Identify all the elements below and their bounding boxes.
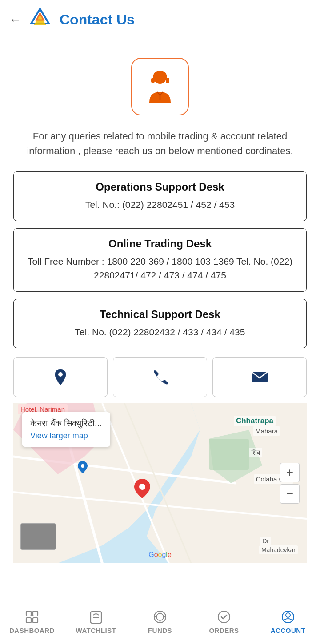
map-label-mahadevkar: Mahadevkar [259, 545, 298, 554]
svg-rect-5 [166, 78, 169, 83]
map-container[interactable]: केनरा बैंक सिक्युरिटी... View larger map… [13, 403, 307, 563]
map-label-dr: Dr [260, 537, 271, 545]
technical-support-title: Technical Support Desk [24, 308, 296, 321]
support-icon-wrap [13, 58, 307, 115]
funds-label: FUNDS [148, 627, 172, 634]
location-button[interactable] [13, 357, 108, 397]
watchlist-icon [89, 610, 103, 624]
account-label: ACCOUNT [271, 627, 306, 634]
map-label-chhatrapa: Chhatrapa [234, 416, 276, 426]
svg-rect-23 [33, 611, 38, 616]
nav-item-dashboard[interactable]: DASHBOARD [0, 600, 64, 644]
svg-point-30 [156, 613, 164, 620]
bottom-nav: DASHBOARD WATCHLIST FUNDS ORDERS [0, 600, 320, 644]
svg-rect-19 [209, 439, 249, 470]
operations-support-title: Operations Support Desk [24, 181, 296, 193]
map-popup-title: केनरा बैंक सिक्युरिटी... [30, 418, 102, 429]
map-label-shiv: शिव [249, 448, 262, 457]
google-watermark: Google [148, 551, 172, 559]
technical-support-info: Tel. No. (022) 22802432 / 433 / 434 / 43… [24, 325, 296, 339]
account-icon [281, 610, 295, 624]
map-zoom-in-button[interactable]: + [280, 463, 300, 482]
description-text: For any queries related to mobile tradin… [13, 129, 307, 158]
dashboard-icon [25, 610, 39, 624]
technical-support-card: Technical Support Desk Tel. No. (022) 22… [13, 299, 307, 349]
svg-rect-24 [26, 618, 31, 623]
map-zoom-controls: + − [280, 463, 300, 504]
location-pin-icon [51, 367, 70, 387]
call-button[interactable] [113, 357, 207, 397]
map-label-mahara: Mahara [253, 426, 280, 436]
orders-icon [217, 610, 231, 624]
svg-point-20 [139, 484, 145, 490]
watchlist-label: WATCHLIST [76, 627, 116, 634]
nav-item-account[interactable]: ACCOUNT [256, 600, 320, 644]
main-content: For any queries related to mobile tradin… [0, 40, 320, 600]
map-pin-main [134, 479, 150, 500]
operations-support-card: Operations Support Desk Tel. No.: (022) … [13, 171, 307, 221]
nav-item-funds[interactable]: FUNDS [128, 600, 192, 644]
action-buttons [13, 357, 307, 397]
svg-rect-22 [26, 611, 31, 616]
map-thumbnail [20, 523, 56, 550]
svg-rect-4 [151, 78, 155, 83]
map-pin-secondary [78, 461, 88, 475]
svg-rect-25 [33, 618, 38, 623]
back-button[interactable]: ← [9, 14, 21, 26]
svg-point-7 [58, 372, 63, 377]
nav-item-orders[interactable]: ORDERS [192, 600, 256, 644]
funds-icon [153, 610, 167, 624]
logo-icon [27, 7, 53, 33]
email-button[interactable] [212, 357, 307, 397]
operations-support-info: Tel. No.: (022) 22802451 / 452 / 453 [24, 198, 296, 212]
online-trading-title: Online Trading Desk [24, 238, 296, 250]
nav-item-watchlist[interactable]: WATCHLIST [64, 600, 128, 644]
online-trading-card: Online Trading Desk Toll Free Number : 1… [13, 228, 307, 292]
support-icon-box [131, 58, 189, 115]
svg-point-37 [286, 613, 290, 617]
support-agent-icon [141, 68, 179, 106]
map-popup: केनरा बैंक सिक्युरिटी... View larger map [22, 412, 110, 447]
online-trading-info: Toll Free Number : 1800 220 369 / 1800 1… [24, 254, 296, 282]
contact-cards: Operations Support Desk Tel. No.: (022) … [13, 171, 307, 348]
header: ← Contact Us [0, 0, 320, 40]
map-zoom-out-button[interactable]: − [280, 484, 300, 504]
dashboard-label: DASHBOARD [9, 627, 55, 634]
svg-point-21 [81, 464, 84, 468]
phone-icon [150, 367, 170, 387]
email-icon [250, 367, 269, 387]
orders-label: ORDERS [209, 627, 239, 634]
page-title: Contact Us [60, 12, 135, 28]
svg-point-35 [218, 611, 230, 623]
view-larger-map-link[interactable]: View larger map [30, 431, 88, 440]
